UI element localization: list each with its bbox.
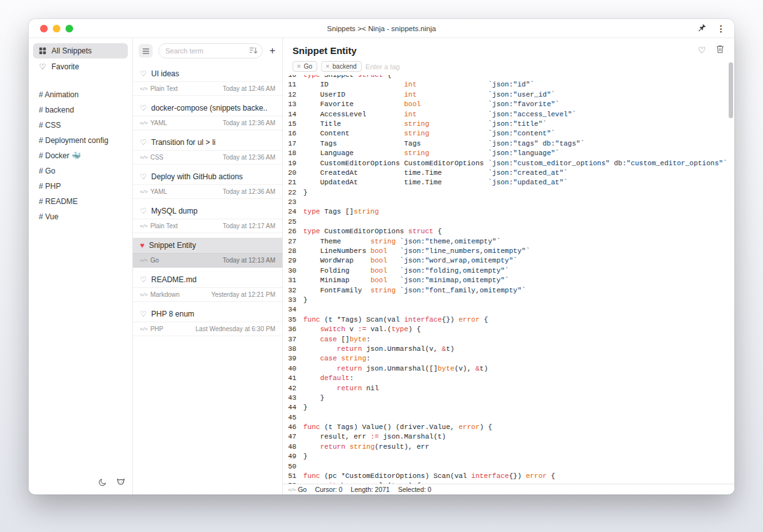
snippet-list-item[interactable]: ♥Snippet Entity</>GoToday at 12:13 AM (133, 238, 282, 268)
code-line: 49} (283, 452, 734, 461)
code-text: LineNumbers bool `json:"line_numbers,omi… (303, 247, 734, 256)
sidebar-tag-item[interactable]: # Deployment config (29, 133, 132, 148)
remove-tag-icon[interactable]: × (297, 64, 301, 70)
snippet-title-row: ♡docker-compose (snippets backe.. (133, 100, 282, 116)
snippet-page-title: Snippet Entity (292, 45, 357, 56)
snippet-language: Plain Text (150, 222, 177, 229)
tag-input[interactable] (366, 63, 416, 71)
line-number: 34 (283, 305, 303, 315)
code-text: Content string `json:"content"` (303, 129, 734, 139)
snippet-language: Go (150, 257, 158, 264)
snippet-list-item[interactable]: ♡MySQL dump</>Plain TextToday at 12:17 A… (133, 203, 282, 233)
tag-chip[interactable]: ×Go (292, 61, 317, 72)
code-line: 51func (pc *CustomEditorOptions) Scan(va… (283, 472, 734, 481)
snippet-list-item[interactable]: ♡Deploy with GitHub actions</>YAMLToday … (133, 169, 282, 199)
github-cat-button[interactable] (114, 477, 127, 489)
snippet-list: ♡UI ideas</>Plain TextToday at 12:46 AM♡… (133, 65, 282, 494)
line-number: 48 (283, 442, 303, 452)
cat-icon (116, 477, 125, 489)
sidebar-tag-item[interactable]: # Vue (29, 209, 132, 224)
code-line: 21 UpdatedAt time.Time `json:"updated_at… (283, 178, 734, 188)
code-text: Language string `json:"language"` (303, 149, 734, 158)
line-number: 43 (283, 393, 303, 403)
snippet-list-item[interactable]: ♡Transition for ul > li</>CSSToday at 12… (133, 135, 282, 165)
code-line: 45 (283, 413, 734, 423)
snippet-language: Plain Text (150, 85, 177, 92)
search-input[interactable] (165, 47, 247, 55)
snippet-title: Transition for ul > li (151, 138, 216, 147)
heart-outline-icon[interactable]: ♡ (140, 70, 147, 78)
code-line: 52 switch v := val.(type) { (283, 481, 734, 484)
snippet-list-item[interactable]: ♡UI ideas</>Plain TextToday at 12:46 AM (133, 66, 282, 96)
line-number: 13 (283, 100, 303, 109)
line-number: 22 (283, 188, 303, 198)
sidebar-tag-item[interactable]: # backend (29, 102, 132, 118)
tag-chip-label: backend (333, 63, 357, 70)
editor-panel: Snippet Entity ♡ ×Go×backend 10type Snip… (283, 38, 734, 494)
sidebar-tag-item[interactable]: # PHP (29, 179, 132, 194)
sidebar-item-favorite[interactable]: ♡ Favorite (33, 59, 128, 74)
heart-outline-icon[interactable]: ♡ (140, 104, 147, 112)
code-line: 13 Favorite bool `json:"favorite"` (283, 100, 734, 109)
add-snippet-button[interactable]: + (268, 46, 277, 56)
heart-outline-icon[interactable]: ♡ (140, 173, 147, 181)
favorite-toggle-button[interactable]: ♡ (698, 46, 706, 55)
code-line: 26type CustomEditorOptions struct { (283, 227, 734, 236)
snippet-date: Today at 12:17 AM (223, 222, 275, 229)
code-text: func (t *Tags) Scan(val interface{}) err… (303, 315, 734, 325)
sidebar-tag-item[interactable]: # CSS (29, 118, 132, 133)
sidebar-tag-item[interactable]: # Go (29, 163, 132, 179)
editor-header: Snippet Entity ♡ (283, 38, 734, 57)
snippet-list-item[interactable]: ♡docker-compose (snippets backe..</>YAML… (133, 100, 282, 130)
snippet-title-row: ♡PHP 8 enum (133, 306, 282, 322)
snippet-language: YAML (150, 188, 167, 195)
code-line: 28 LineNumbers bool `json:"line_numbers,… (283, 247, 734, 256)
line-number: 49 (283, 452, 303, 461)
menu-button[interactable] (139, 44, 153, 58)
code-text: result, err := json.Marshal(t) (303, 432, 734, 442)
heart-outline-icon[interactable]: ♡ (140, 139, 147, 146)
snippet-list-item[interactable]: ♡PHP 8 enum</>PHPLast Wednesday at 6:30 … (133, 306, 282, 336)
search-box[interactable] (158, 43, 263, 58)
sidebar-item-all-snippets[interactable]: All Snippets (33, 43, 128, 58)
pin-icon[interactable] (698, 23, 706, 34)
line-number: 38 (283, 344, 303, 354)
code-editor[interactable]: 10type Snippet struct {11 ID int `json:"… (283, 75, 734, 484)
line-number: 29 (283, 256, 303, 266)
snippet-date: Last Wednesday at 6:30 PM (196, 325, 275, 332)
code-text: } (303, 403, 734, 413)
heart-outline-icon[interactable]: ♡ (140, 276, 147, 283)
theme-toggle-button[interactable] (96, 477, 109, 489)
zoom-window-button[interactable] (65, 25, 73, 32)
tag-chip[interactable]: ×backend (321, 61, 362, 72)
snippet-title: README.md (151, 275, 196, 284)
remove-tag-icon[interactable]: × (326, 64, 329, 70)
heart-outline-icon[interactable]: ♡ (140, 310, 147, 318)
code-text: return nil (303, 384, 734, 393)
line-number: 37 (283, 335, 303, 344)
close-window-button[interactable] (40, 25, 48, 32)
sidebar-tag-item[interactable]: # Docker 🐳 (29, 148, 132, 163)
sort-icon[interactable] (249, 45, 258, 57)
tag-chip-label: Go (304, 63, 312, 70)
snippet-title-row: ♡README.md (133, 272, 282, 287)
sidebar-tag-item[interactable]: # README (29, 194, 132, 209)
heart-filled-icon[interactable]: ♥ (140, 242, 144, 249)
delete-snippet-button[interactable] (716, 44, 724, 56)
code-text: CustomEditorOptions CustomEditorOptions … (303, 159, 734, 168)
line-number: 10 (283, 75, 303, 80)
main-content: All Snippets ♡ Favorite # Animation# bac… (29, 38, 734, 494)
kebab-menu-icon[interactable]: ⋮ (717, 24, 725, 33)
code-text: switch v := val.(type) { (303, 481, 734, 484)
sidebar-tag-item[interactable]: # Animation (29, 87, 132, 102)
minimize-window-button[interactable] (53, 25, 60, 32)
snippet-title-row: ♡Transition for ul > li (133, 135, 282, 150)
scrollbar-thumb[interactable] (729, 62, 733, 118)
code-line: 33} (283, 296, 734, 305)
snippet-list-item[interactable]: ♡README.md</>MarkdownYesterday at 12:21 … (133, 272, 282, 302)
heart-outline-icon[interactable]: ♡ (140, 207, 147, 215)
line-number: 30 (283, 266, 303, 276)
sidebar-tag-list: # Animation# backend# CSS# Deployment co… (29, 87, 132, 224)
snippet-list-panel: + ♡UI ideas</>Plain TextToday at 12:46 A… (133, 38, 283, 494)
code-line: 27 Theme string `json:"theme,omitempty"` (283, 237, 734, 247)
